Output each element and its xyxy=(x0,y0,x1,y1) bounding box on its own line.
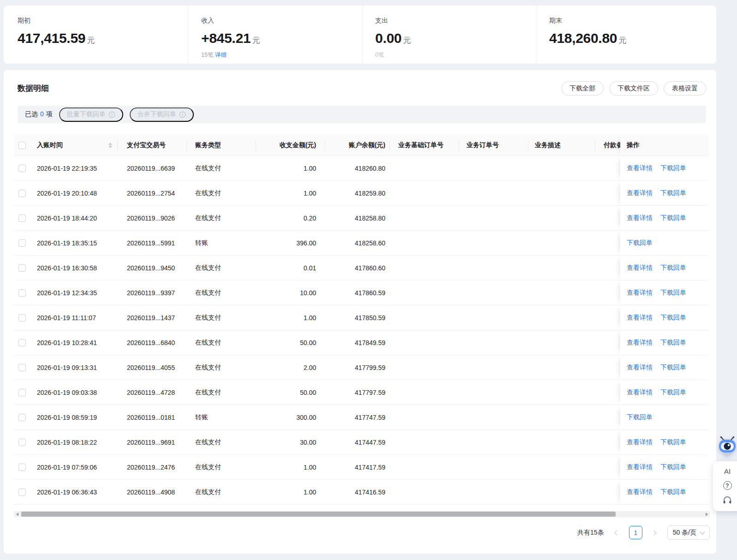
row-checkbox[interactable] xyxy=(18,389,26,396)
cell-entry-time: 2026-01-19 16:30:58 xyxy=(32,256,118,280)
download-receipt-link[interactable]: 下载回单 xyxy=(660,264,686,272)
row-checkbox[interactable] xyxy=(18,214,26,222)
download-receipt-link[interactable]: 下载回单 xyxy=(660,388,686,397)
row-checkbox[interactable] xyxy=(18,190,26,197)
cell-amount: 1.00 xyxy=(256,181,325,205)
cell-base-order xyxy=(390,181,459,205)
cell-balance: 417849.59 xyxy=(325,330,390,355)
cell-amount: 300.00 xyxy=(256,405,325,429)
table-row: 2026-01-19 08:59:19 20260119...0181 转账 3… xyxy=(14,405,709,430)
download-receipt-link[interactable]: 下载回单 xyxy=(627,413,653,422)
row-checkbox[interactable] xyxy=(18,339,26,346)
currency-unit: 元 xyxy=(618,36,626,45)
download-all-button[interactable]: 下载全部 xyxy=(561,81,604,95)
download-receipt-link[interactable]: 下载回单 xyxy=(660,289,686,297)
summary-label: 期初 xyxy=(18,17,188,25)
row-checkbox[interactable] xyxy=(18,239,26,247)
prev-page-button[interactable] xyxy=(611,527,623,539)
view-detail-link[interactable]: 查看详情 xyxy=(627,214,653,222)
download-receipt-link[interactable]: 下载回单 xyxy=(660,339,686,347)
cell-base-order xyxy=(390,330,459,355)
row-checkbox[interactable] xyxy=(18,439,26,446)
cell-amount: 2.00 xyxy=(256,355,325,380)
cell-amount: 0.01 xyxy=(256,256,325,280)
row-checkbox[interactable] xyxy=(18,364,26,371)
cell-actions: 查看详情下载回单 xyxy=(620,156,709,180)
row-checkbox[interactable] xyxy=(18,464,26,471)
cell-account-type: 转账 xyxy=(187,231,256,255)
cell-biz-desc xyxy=(528,206,595,230)
download-filezone-button[interactable]: 下载文件区 xyxy=(609,81,658,95)
view-detail-link[interactable]: 查看详情 xyxy=(627,388,653,397)
horizontal-scrollbar[interactable] xyxy=(14,511,710,517)
summary-subline: 0笔 xyxy=(375,51,536,59)
row-checkbox[interactable] xyxy=(18,414,26,421)
cell-payer-remark xyxy=(595,256,620,280)
cell-balance: 417860.60 xyxy=(325,256,390,280)
cell-biz-desc xyxy=(528,231,595,255)
row-checkbox[interactable] xyxy=(18,264,26,272)
merge-download-button[interactable]: 合并下载回单 xyxy=(130,107,194,122)
cell-entry-time: 2026-01-19 09:03:38 xyxy=(32,380,118,405)
headset-icon[interactable] xyxy=(723,496,732,505)
batch-download-button[interactable]: 批量下载回单 xyxy=(59,107,123,122)
cell-txn-id: 20260119...2754 xyxy=(118,181,187,205)
column-header-time[interactable]: 入账时间 xyxy=(32,135,118,155)
page-number-button[interactable]: 1 xyxy=(629,526,642,539)
select-all-checkbox[interactable] xyxy=(18,142,26,149)
chevron-right-icon xyxy=(651,530,656,535)
info-icon xyxy=(108,111,115,118)
cell-entry-time: 2026-01-19 09:13:31 xyxy=(32,355,118,380)
sort-icon[interactable] xyxy=(108,143,112,148)
help-icon[interactable]: ? xyxy=(723,481,732,490)
cell-balance: 418259.80 xyxy=(325,181,390,205)
download-receipt-link[interactable]: 下载回单 xyxy=(660,363,686,372)
cell-payer-remark xyxy=(595,480,620,504)
cell-actions: 查看详情下载回单 xyxy=(620,455,709,479)
income-detail-link[interactable]: 详细 xyxy=(215,52,227,58)
cell-amount: 50.00 xyxy=(256,330,325,355)
cell-actions: 查看详情下载回单 xyxy=(620,330,709,355)
summary-income: 收入 +845.21元 15笔 详细 xyxy=(188,6,362,64)
view-detail-link[interactable]: 查看详情 xyxy=(627,363,653,372)
row-checkbox[interactable] xyxy=(18,165,26,172)
row-checkbox[interactable] xyxy=(18,289,26,297)
view-detail-link[interactable]: 查看详情 xyxy=(627,314,653,322)
download-receipt-link[interactable]: 下载回单 xyxy=(660,463,686,471)
download-receipt-link[interactable]: 下载回单 xyxy=(627,239,653,247)
cell-biz-desc xyxy=(528,280,595,305)
table-settings-button[interactable]: 表格设置 xyxy=(664,81,706,95)
download-receipt-link[interactable]: 下载回单 xyxy=(660,189,686,197)
download-receipt-link[interactable]: 下载回单 xyxy=(660,438,686,447)
view-detail-link[interactable]: 查看详情 xyxy=(627,289,653,297)
income-count: 15笔 xyxy=(201,52,213,58)
row-checkbox[interactable] xyxy=(18,314,26,322)
next-page-button[interactable] xyxy=(649,527,661,539)
scroll-right-arrow[interactable] xyxy=(703,511,710,517)
download-receipt-link[interactable]: 下载回单 xyxy=(660,214,686,222)
view-detail-link[interactable]: 查看详情 xyxy=(627,438,653,447)
view-detail-link[interactable]: 查看详情 xyxy=(627,264,653,272)
view-detail-link[interactable]: 查看详情 xyxy=(627,164,653,173)
download-receipt-link[interactable]: 下载回单 xyxy=(660,164,686,173)
view-detail-link[interactable]: 查看详情 xyxy=(627,189,653,197)
cell-txn-id: 20260119...4728 xyxy=(118,380,187,405)
view-detail-link[interactable]: 查看详情 xyxy=(627,339,653,347)
scroll-left-arrow[interactable] xyxy=(14,511,20,517)
scrollbar-thumb[interactable] xyxy=(21,512,616,517)
download-receipt-link[interactable]: 下载回单 xyxy=(660,488,686,496)
page-size-select[interactable]: 50 条/页 xyxy=(667,525,710,540)
cell-balance: 417447.59 xyxy=(325,430,390,454)
view-detail-link[interactable]: 查看详情 xyxy=(627,463,653,471)
cell-biz-order xyxy=(459,480,528,504)
table-row: 2026-01-19 16:30:58 20260119...9450 在线支付… xyxy=(14,256,709,280)
download-receipt-link[interactable]: 下载回单 xyxy=(660,314,686,322)
cell-payer-remark xyxy=(595,405,620,429)
robot-icon[interactable] xyxy=(717,436,737,458)
chevron-left-icon xyxy=(614,530,619,535)
row-checkbox[interactable] xyxy=(18,489,26,496)
ai-label[interactable]: AI xyxy=(724,467,731,475)
summary-label: 收入 xyxy=(201,17,362,25)
cell-payer-remark xyxy=(595,181,620,205)
view-detail-link[interactable]: 查看详情 xyxy=(627,488,653,496)
